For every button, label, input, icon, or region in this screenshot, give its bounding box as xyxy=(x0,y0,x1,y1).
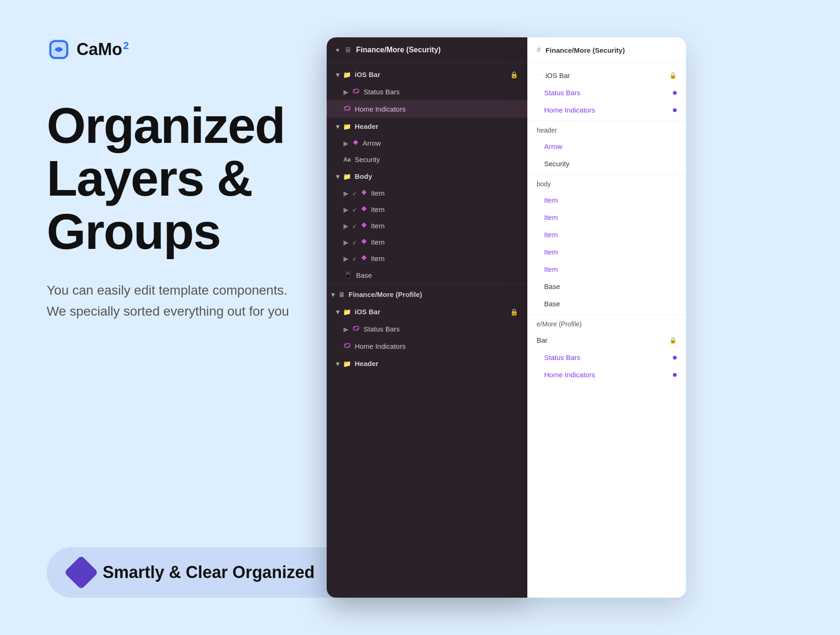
sort-icon-2: ↙ xyxy=(352,206,357,213)
item-label-4: Item xyxy=(371,238,385,246)
item-row-4[interactable]: ▶ ↙ Item xyxy=(327,234,527,250)
expand-icon: ▾ xyxy=(336,71,339,78)
logo-icon xyxy=(47,37,71,62)
item-row-3[interactable]: ▶ ↙ Item xyxy=(327,218,527,234)
base-label-1: Base xyxy=(356,271,372,279)
body-group[interactable]: ▾ 📁 Body xyxy=(327,168,527,185)
ios-bar-label-2: iOS Bar xyxy=(355,308,506,316)
chevron-down-icon: ▾ xyxy=(336,46,339,54)
security-label: Security xyxy=(355,155,380,163)
status-bars-label: Status Bars xyxy=(364,88,400,96)
link-icon-2 xyxy=(343,105,351,113)
home-indicators-item-2[interactable]: Home Indicators xyxy=(327,338,527,355)
expand-arrow-icon-2: ▶ xyxy=(343,140,349,147)
prop-base-label-2: Base xyxy=(544,300,560,308)
prop-arrow[interactable]: Arrow xyxy=(527,138,686,155)
prop-item-1[interactable]: Item xyxy=(527,191,686,209)
prop-base-label-1: Base xyxy=(544,282,560,290)
item-row-5[interactable]: ▶ ↙ Item xyxy=(327,250,527,267)
arrow-label: Arrow xyxy=(363,139,381,147)
finance-profile-group[interactable]: ▾ 🖥 Finance/More (Profile) xyxy=(327,286,527,303)
arrow-item[interactable]: ▶ Arrow xyxy=(327,135,527,151)
prop-profile-section: e/More (Profile) xyxy=(527,317,686,332)
prop-body: ⋯ iOS Bar 🔒 Status Bars Home Indicators … xyxy=(527,63,686,387)
logo-name: CaMo xyxy=(77,40,122,59)
header-group[interactable]: ▾ 📁 Header xyxy=(327,118,527,135)
prop-home-indicators[interactable]: Home Indicators xyxy=(527,101,686,119)
prop-status-bars-label: Status Bars xyxy=(544,89,581,97)
svg-rect-3 xyxy=(353,140,358,145)
layers-panel-header: ▾ 🖥 Finance/More (Security) xyxy=(327,37,527,63)
header-group-2[interactable]: ▾ 📁 Header xyxy=(327,355,527,372)
folder-icon-header2: 📁 xyxy=(343,360,351,367)
expand-icon-item5: ▶ xyxy=(343,255,349,262)
prop-security[interactable]: Security xyxy=(527,155,686,172)
expand-icon-header: ▾ xyxy=(336,123,339,130)
prop-header-title: Finance/More (Security) xyxy=(546,46,677,54)
prop-ios-bar[interactable]: ⋯ iOS Bar 🔒 xyxy=(527,67,686,84)
expand-icon-item1: ▶ xyxy=(343,190,349,197)
prop-body-section-label: body xyxy=(527,176,686,191)
folder-icon-body: 📁 xyxy=(343,173,351,180)
phone-icon: 📱 xyxy=(343,271,352,279)
diamond-icon-item5 xyxy=(361,254,367,262)
sort-icon-5: ↙ xyxy=(352,255,357,262)
prop-base-1[interactable]: Base xyxy=(527,278,686,295)
prop-item-5[interactable]: Item xyxy=(527,261,686,278)
folder-icon-ios2: 📁 xyxy=(343,308,351,316)
prop-item-label-4: Item xyxy=(544,248,558,256)
prop-arrow-label: Arrow xyxy=(544,142,562,150)
home-indicators-item[interactable]: Home Indicators xyxy=(327,100,527,118)
item-row-1[interactable]: ▶ ↙ Item xyxy=(327,185,527,201)
item-row-2[interactable]: ▶ ↙ Item xyxy=(327,201,527,218)
item-label-3: Item xyxy=(371,222,385,230)
prop-home-dot-2 xyxy=(673,373,677,377)
logo-text: CaMo2 xyxy=(77,40,129,59)
prop-base-2[interactable]: Base xyxy=(527,295,686,312)
prop-home-indicators-label-2: Home Indicators xyxy=(544,371,595,379)
svg-rect-6 xyxy=(361,222,366,227)
security-item[interactable]: Aa Security xyxy=(327,151,527,168)
section-divider-1 xyxy=(327,284,527,285)
expand-icon-item2: ▶ xyxy=(343,206,349,213)
svg-rect-8 xyxy=(361,255,366,260)
prop-home-indicators-2[interactable]: Home Indicators xyxy=(527,366,686,383)
chevron-down-profile: ▾ xyxy=(331,291,335,298)
ios-bar-group-2[interactable]: ▾ 📁 iOS Bar 🔒 xyxy=(327,303,527,320)
status-bars-label-2: Status Bars xyxy=(364,325,400,333)
prop-divider-2 xyxy=(527,174,686,175)
prop-bar[interactable]: Bar 🔒 xyxy=(527,332,686,349)
dots-icon: ⋯ xyxy=(537,72,542,78)
prop-status-bars[interactable]: Status Bars xyxy=(527,84,686,101)
badge-label: Smartly & Clear Organized xyxy=(103,563,315,582)
prop-item-2[interactable]: Item xyxy=(527,209,686,226)
ios-bar-group[interactable]: ▾ 📁 iOS Bar 🔒 xyxy=(327,66,527,83)
prop-status-dot-2 xyxy=(673,356,677,360)
ios-bar-label: iOS Bar xyxy=(355,71,506,78)
properties-panel: # Finance/More (Security) ⋯ iOS Bar 🔒 St… xyxy=(527,37,686,598)
sort-icon-1: ↙ xyxy=(352,190,357,197)
prop-home-dot xyxy=(673,108,677,112)
body-label: Body xyxy=(355,172,518,180)
link-icon-home2 xyxy=(343,342,351,351)
prop-status-bars-2[interactable]: Status Bars xyxy=(527,349,686,366)
expand-ios-bar-2: ▾ xyxy=(336,308,339,316)
badge-pill: Smartly & Clear Organized xyxy=(47,547,364,598)
diamond-icon-item3 xyxy=(361,222,367,230)
prop-item-label-3: Item xyxy=(544,231,558,239)
item-label-5: Item xyxy=(371,254,385,262)
status-bars-item[interactable]: ▶ Status Bars xyxy=(327,83,527,100)
prop-item-3[interactable]: Item xyxy=(527,226,686,243)
link-icon xyxy=(352,87,360,96)
status-bars-item-2[interactable]: ▶ Status Bars xyxy=(327,320,527,338)
prop-item-4[interactable]: Item xyxy=(527,243,686,261)
prop-header: # Finance/More (Security) xyxy=(527,37,686,63)
diamond-icon-item1 xyxy=(361,189,367,197)
base-item-1[interactable]: 📱 Base xyxy=(327,267,527,283)
hash-icon: # xyxy=(537,46,541,54)
lock-icon: 🔒 xyxy=(510,71,518,78)
sort-icon-4: ↙ xyxy=(352,239,357,246)
diamond-icon-item4 xyxy=(361,238,367,246)
right-area: ▾ 🖥 Finance/More (Security) ▾ 📁 iOS Bar … xyxy=(327,0,840,635)
layers-panel: ▾ 🖥 Finance/More (Security) ▾ 📁 iOS Bar … xyxy=(327,37,527,598)
